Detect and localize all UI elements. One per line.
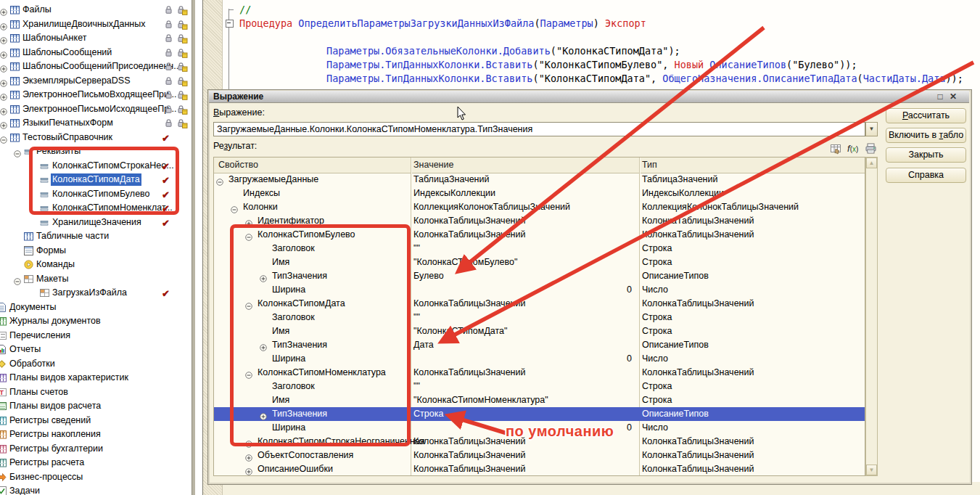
sidebar-item-label[interactable]: Регистры сведений [8, 414, 92, 427]
table-row[interactable]: ИндексыИндексыКоллекцииИндексыКоллекции [214, 187, 865, 200]
sidebar-item[interactable]: ЭлектронноеПисьмоИсходящееПр... [0, 103, 192, 117]
sidebar-item-label[interactable]: ХранилищеДвоичныхДанных [21, 18, 147, 30]
sidebar-item[interactable]: ШаблоныАнкет [0, 32, 192, 46]
sidebar-item-label[interactable]: Регистры расчета [8, 457, 86, 469]
sidebar-item-label[interactable]: ШаблоныСообщений [21, 46, 113, 59]
column-header-value[interactable]: Значение [413, 158, 453, 173]
sidebar-item[interactable]: Регистры сведений [0, 414, 192, 428]
sidebar-item-label[interactable]: Файлы [21, 4, 53, 16]
table-row[interactable]: КолонкаСТипомНоменклатураКолонкаТаблицыЗ… [214, 366, 865, 380]
result-table-scrollbar[interactable]: ▲ ▼ [865, 157, 878, 476]
table-row[interactable]: Имя"КолонкаСТипомДата"Строка [214, 324, 865, 338]
code-line[interactable]: Параметры.ТипДанныхКолонки.Вставить("Кол… [326, 59, 857, 71]
sidebar-item-label[interactable]: Планы видов расчета [8, 400, 102, 412]
collapse-minus-icon[interactable] [226, 20, 234, 28]
close-icon[interactable]: ✕ [947, 91, 959, 103]
show-value-grid-icon[interactable] [830, 143, 843, 156]
sidebar-item-label[interactable]: Задачи [8, 485, 41, 495]
sidebar-item-label[interactable]: ЭлектронноеПисьмоВходящееПри... [21, 89, 178, 101]
table-row[interactable]: ЗагружаемыеДанныеТаблицаЗначенийТаблицаЗ… [214, 173, 865, 187]
sidebar-item[interactable]: ХранилищеЗначения✔ [0, 216, 192, 230]
table-row[interactable]: ОбъектСопоставленияКолонкаТаблицыЗначени… [214, 449, 865, 462]
sidebar-item-label[interactable]: Обработки [8, 358, 57, 370]
dialog-titlebar[interactable]: Выражение [209, 91, 969, 103]
sidebar-item[interactable]: Бизнес-процессы [0, 471, 192, 485]
sidebar-item-label[interactable]: Формы [35, 245, 67, 257]
sidebar-item[interactable]: ЯзыкиПечатныхФорм [0, 117, 192, 131]
table-row[interactable]: Заголовок""Строка [214, 242, 865, 255]
sidebar-item[interactable]: Задачи [0, 485, 192, 495]
sidebar-item[interactable]: КолонкаСТипомБулево✔ [0, 188, 192, 202]
table-row[interactable]: КолонкаСТипомДатаКолонкаТаблицыЗначенийК… [214, 297, 865, 311]
sidebar-item-label[interactable]: Регистры бухгалтерии [8, 443, 104, 455]
table-row[interactable]: Имя"КолонкаСТипомБулево"Строка [214, 255, 865, 269]
sidebar-item[interactable]: Формы [0, 245, 192, 258]
code-line[interactable]: Параметры.ТипДанныхКолонки.Вставить("Кол… [326, 73, 963, 85]
table-row[interactable]: ТипЗначенияБулевоОписаниеТипов [214, 269, 865, 283]
sidebar-item[interactable]: ШаблоныСообщений [0, 46, 192, 60]
sidebar-item-label[interactable]: Документы [8, 301, 57, 314]
sidebar-item[interactable]: ШаблоныСообщенийПрисоединенн... [0, 60, 192, 74]
table-row[interactable]: Ширина0Число [214, 352, 865, 366]
table-row[interactable]: ТипЗначенияДатаОписаниеТипов [214, 338, 865, 352]
sidebar-item-label[interactable]: ЗагрузкаИзФайла [51, 287, 128, 299]
code-line[interactable]: Процедура ОпределитьПараметрыЗагрузкиДан… [239, 17, 646, 30]
metadata-tree[interactable]: ФайлыХранилищеДвоичныхДанныхШаблоныАнкет… [0, 0, 192, 495]
calculate-button[interactable]: Рассчитать [886, 108, 966, 123]
print-icon[interactable] [865, 142, 878, 155]
table-row[interactable]: ИдентификаторКолонкаТаблицыЗначенийКолон… [214, 214, 865, 228]
table-row[interactable]: ТипЗначенияСтрокаОписаниеТипов [214, 407, 865, 421]
sidebar-item[interactable]: Планы видов характеристик [0, 372, 192, 385]
scroll-up-icon[interactable]: ▲ [866, 158, 877, 168]
code-line[interactable]: // [239, 4, 251, 16]
sidebar-item[interactable]: ЗагрузкаИзФайла✔ [0, 287, 192, 300]
sidebar-item-label[interactable]: КолонкаСТипомБулево [51, 188, 152, 200]
sidebar-item[interactable]: Обработки [0, 358, 192, 372]
sidebar-item[interactable]: Файлы [0, 4, 192, 17]
sidebar-item[interactable]: ЭкземплярыСервераDSS [0, 75, 192, 89]
sidebar-item-label[interactable]: Планы счетов [8, 386, 70, 398]
sidebar-item-label[interactable]: Планы видов характеристик [8, 372, 130, 384]
sidebar-item[interactable]: Макеты [0, 273, 192, 287]
include-in-watch-button[interactable]: Включить в табло [886, 128, 966, 143]
sidebar-item-label[interactable]: КолонкаСТипомДата [51, 173, 141, 186]
sidebar-item-label[interactable]: ТестовыйСправочник [21, 131, 114, 144]
sidebar-item[interactable]: ЭлектронноеПисьмоВходящееПри... [0, 89, 192, 102]
expand-icon[interactable] [245, 466, 252, 480]
expression-input[interactable] [213, 122, 865, 136]
chevron-down-icon[interactable]: ▼ [865, 122, 878, 136]
sidebar-item[interactable]: КолонкаСТипомСтрокаНео...✔ [0, 160, 192, 173]
sidebar-item-label[interactable]: ШаблоныСообщенийПрисоединенн... [21, 60, 183, 73]
table-row[interactable]: Заголовок""Строка [214, 311, 865, 324]
table-row[interactable]: ОписаниеОшибкиКолонкаТаблицыЗначенийКоло… [214, 462, 865, 476]
sidebar-item-label[interactable]: Отчеты [8, 343, 42, 356]
sidebar-item-label[interactable]: ХранилищеЗначения [51, 216, 143, 229]
code-line[interactable]: Параметры.ОбязательныеКолонки.Добавить("… [326, 45, 680, 57]
sidebar-item-label[interactable]: Регистры накопления [8, 428, 102, 441]
column-header-type[interactable]: Тип [642, 158, 657, 173]
sidebar-item[interactable]: Документы [0, 301, 192, 315]
table-row[interactable]: Заголовок""Строка [214, 380, 865, 393]
help-button[interactable]: Справка [886, 168, 966, 183]
sidebar-item[interactable]: ХранилищеДвоичныхДанных [0, 18, 192, 32]
sidebar-item[interactable]: Реквизиты [0, 145, 192, 159]
table-header[interactable]: СвойствоЗначениеТип [214, 158, 865, 173]
table-row[interactable]: Ширина0Число [214, 283, 865, 297]
sidebar-item-label[interactable]: КолонкаСТипомСтрокаНео... [51, 160, 176, 172]
sidebar-item[interactable]: ТестовыйСправочник✔ [0, 131, 192, 145]
sidebar-item[interactable]: Команды [0, 258, 192, 272]
sidebar-item-label[interactable]: ШаблоныАнкет [21, 32, 88, 44]
table-row[interactable]: Имя"КолонкаСТипомНоменклатура"Строка [214, 393, 865, 407]
sidebar-item[interactable]: Отчеты [0, 343, 192, 357]
sidebar-item-label[interactable]: ЭкземплярыСервераDSS [21, 75, 132, 87]
table-row[interactable]: КолонкаСТипомБулевоКолонкаТаблицыЗначени… [214, 228, 865, 242]
sidebar-item[interactable]: КолонкаСТипомНоменклат...✔ [0, 202, 192, 216]
sidebar-item-label[interactable]: Команды [35, 258, 76, 271]
sidebar-item-label[interactable]: Макеты [35, 273, 70, 285]
sidebar-item-label[interactable]: ЯзыкиПечатныхФорм [21, 117, 115, 129]
sidebar-item[interactable]: Регистры накопления [0, 428, 192, 442]
sidebar-item[interactable]: Регистры расчета [0, 457, 192, 470]
sidebar-item-label[interactable]: Журналы документов [8, 315, 102, 327]
close-button[interactable]: Закрыть [886, 147, 966, 163]
sidebar-item-label[interactable]: Бизнес-процессы [8, 471, 84, 483]
